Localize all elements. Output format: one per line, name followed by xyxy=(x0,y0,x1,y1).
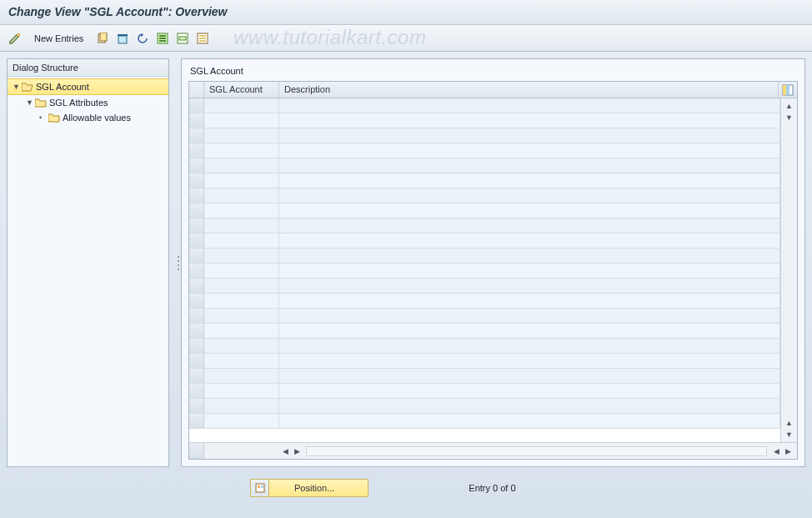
row-selector[interactable] xyxy=(189,384,204,398)
row-selector[interactable] xyxy=(189,219,204,233)
delete-icon[interactable] xyxy=(113,29,132,48)
row-selector[interactable] xyxy=(189,234,204,248)
table-row[interactable] xyxy=(189,324,780,339)
table-row[interactable] xyxy=(189,143,780,158)
cell-sgl-account[interactable] xyxy=(204,249,279,263)
table-row[interactable] xyxy=(189,294,780,309)
cell-sgl-account[interactable] xyxy=(204,219,279,233)
row-selector[interactable] xyxy=(189,309,204,323)
table-row[interactable] xyxy=(189,309,780,324)
tree-toggle-icon[interactable]: ▼ xyxy=(26,98,34,107)
row-selector[interactable] xyxy=(189,354,204,368)
horizontal-scrollbar[interactable]: ◀ ▶ ◀ ▶ xyxy=(189,442,797,459)
table-row[interactable] xyxy=(189,399,780,414)
scroll-right-icon[interactable]: ▶ xyxy=(782,445,794,457)
row-selector[interactable] xyxy=(189,399,204,413)
cell-description[interactable] xyxy=(279,354,780,368)
cell-description[interactable] xyxy=(279,204,780,218)
scroll-down-icon[interactable]: ▼ xyxy=(781,112,797,123)
cell-description[interactable] xyxy=(279,399,780,413)
scroll-right-icon[interactable]: ▶ xyxy=(291,445,303,457)
cell-sgl-account[interactable] xyxy=(204,354,279,368)
scroll-up-icon[interactable]: ▲ xyxy=(781,100,797,112)
cell-description[interactable] xyxy=(279,189,780,203)
table-row[interactable] xyxy=(189,204,780,219)
cell-sgl-account[interactable] xyxy=(204,189,279,203)
table-row[interactable] xyxy=(189,174,780,189)
row-selector[interactable] xyxy=(189,279,204,293)
cell-sgl-account[interactable] xyxy=(204,399,279,413)
cell-sgl-account[interactable] xyxy=(204,339,279,353)
cell-description[interactable] xyxy=(279,324,780,338)
copy-icon[interactable] xyxy=(93,29,112,48)
cell-sgl-account[interactable] xyxy=(204,113,279,128)
table-row[interactable] xyxy=(189,249,780,264)
scroll-up-icon[interactable]: ▲ xyxy=(781,417,797,429)
cell-sgl-account[interactable] xyxy=(204,384,279,398)
cell-description[interactable] xyxy=(279,219,780,233)
table-row[interactable] xyxy=(189,219,780,234)
row-selector[interactable] xyxy=(189,98,204,113)
row-selector[interactable] xyxy=(189,113,204,128)
cell-sgl-account[interactable] xyxy=(204,369,279,383)
table-row[interactable] xyxy=(189,98,780,113)
select-all-icon[interactable] xyxy=(153,29,172,48)
table-row[interactable] xyxy=(189,234,780,249)
row-selector-header[interactable] xyxy=(189,82,204,98)
undo-icon[interactable] xyxy=(133,29,152,48)
cell-sgl-account[interactable] xyxy=(204,174,279,188)
row-selector[interactable] xyxy=(189,294,204,308)
cell-description[interactable] xyxy=(279,143,780,158)
row-selector[interactable] xyxy=(189,158,204,173)
row-selector[interactable] xyxy=(189,174,204,188)
row-selector[interactable] xyxy=(189,189,204,203)
table-row[interactable] xyxy=(189,384,780,399)
cell-description[interactable] xyxy=(279,158,780,173)
cell-description[interactable] xyxy=(279,294,780,308)
cell-description[interactable] xyxy=(279,369,780,383)
table-row[interactable] xyxy=(189,279,780,294)
cell-description[interactable] xyxy=(279,339,780,353)
vertical-scrollbar[interactable]: ▲ ▼ ▲ ▼ xyxy=(780,98,797,442)
table-row[interactable] xyxy=(189,414,780,429)
tree-node-sgl-account[interactable]: ▼ SGL Account xyxy=(8,78,168,95)
tree-node-sgl-attributes[interactable]: ▼ SGL Attributes xyxy=(8,95,168,110)
row-selector[interactable] xyxy=(189,264,204,278)
column-header-sgl-account[interactable]: SGL Account xyxy=(204,82,279,98)
position-button[interactable]: Position... xyxy=(250,479,368,497)
cell-description[interactable] xyxy=(279,128,780,143)
row-selector[interactable] xyxy=(189,339,204,353)
tree-node-allowable-values[interactable]: • Allowable values xyxy=(8,110,168,125)
cell-description[interactable] xyxy=(279,249,780,263)
table-row[interactable] xyxy=(189,128,780,143)
change-icon[interactable] xyxy=(6,29,24,48)
cell-sgl-account[interactable] xyxy=(204,143,279,158)
table-row[interactable] xyxy=(189,113,780,128)
cell-sgl-account[interactable] xyxy=(204,98,279,113)
row-selector[interactable] xyxy=(189,324,204,338)
cell-sgl-account[interactable] xyxy=(204,279,279,293)
row-selector[interactable] xyxy=(189,128,204,143)
table-row[interactable] xyxy=(189,189,780,204)
cell-sgl-account[interactable] xyxy=(204,158,279,173)
cell-description[interactable] xyxy=(279,384,780,398)
row-selector[interactable] xyxy=(189,143,204,158)
cell-sgl-account[interactable] xyxy=(204,309,279,323)
column-header-description[interactable]: Description xyxy=(279,82,779,98)
configure-columns-icon[interactable] xyxy=(779,82,797,98)
cell-description[interactable] xyxy=(279,414,780,428)
cell-sgl-account[interactable] xyxy=(204,324,279,338)
select-block-icon[interactable] xyxy=(173,29,192,48)
cell-sgl-account[interactable] xyxy=(204,264,279,278)
table-row[interactable] xyxy=(189,339,780,354)
table-row[interactable] xyxy=(189,369,780,384)
cell-sgl-account[interactable] xyxy=(204,204,279,218)
cell-description[interactable] xyxy=(279,264,780,278)
tree-toggle-icon[interactable]: ▼ xyxy=(13,83,21,91)
cell-description[interactable] xyxy=(279,113,780,128)
new-entries-button[interactable]: New Entries xyxy=(28,31,90,46)
cell-description[interactable] xyxy=(279,279,780,293)
cell-description[interactable] xyxy=(279,98,780,113)
row-selector[interactable] xyxy=(189,204,204,218)
scroll-down-icon[interactable]: ▼ xyxy=(781,429,797,440)
